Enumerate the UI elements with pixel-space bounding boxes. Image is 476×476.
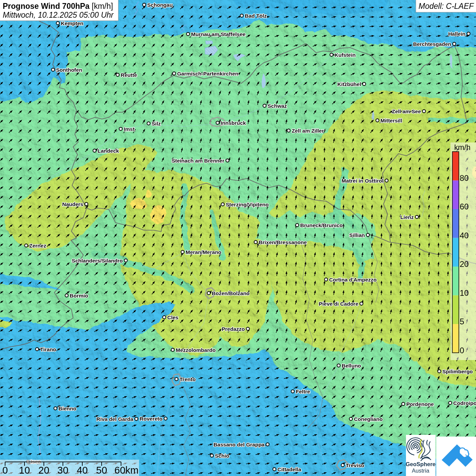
svg-text:Imst: Imst	[124, 126, 135, 132]
svg-text:Kempten: Kempten	[61, 20, 83, 26]
svg-text:Bassano del Grappa: Bassano del Grappa	[214, 442, 265, 447]
svg-text:Spilimbergo: Spilimbergo	[442, 369, 473, 374]
svg-text:km/h: km/h	[454, 143, 471, 152]
svg-text:Bormio: Bormio	[70, 293, 88, 299]
svg-text:Belluno: Belluno	[342, 363, 361, 369]
svg-text:Landeck: Landeck	[98, 148, 119, 154]
svg-text:Bozen/Bolzano: Bozen/Bolzano	[212, 290, 250, 296]
svg-text:20: 20	[460, 259, 469, 269]
svg-text:30: 30	[57, 465, 68, 476]
svg-text:Garmisch-Partenkirchen: Garmisch-Partenkirchen	[177, 71, 238, 76]
svg-text:40: 40	[460, 231, 469, 240]
svg-text:Bruneck/Brunico: Bruneck/Brunico	[300, 222, 343, 228]
svg-text:Sillian: Sillian	[349, 232, 365, 238]
svg-text:Lienz: Lienz	[400, 214, 414, 220]
svg-text:Conegliano: Conegliano	[354, 416, 382, 422]
svg-text:Bienno: Bienno	[58, 406, 76, 411]
svg-text:Bad Tölz: Bad Tölz	[245, 13, 267, 19]
svg-text:50: 50	[96, 465, 107, 476]
svg-text:Pieve di Cadore: Pieve di Cadore	[319, 301, 359, 307]
svg-text:Pordenone: Pordenone	[406, 401, 434, 407]
svg-text:Steinach am Brenner: Steinach am Brenner	[172, 158, 224, 164]
svg-text:Prognose Wind 700hPa [km/h]: Prognose Wind 700hPa [km/h]	[3, 2, 113, 11]
svg-text:Cittadella: Cittadella	[277, 466, 301, 472]
svg-text:Tirano: Tirano	[40, 346, 56, 352]
svg-text:Berchtesgaden: Berchtesgaden	[413, 41, 451, 47]
svg-text:Murnau am Staffelsee: Murnau am Staffelsee	[191, 31, 246, 37]
svg-text:Treviso: Treviso	[346, 462, 364, 468]
svg-text:0: 0	[2, 465, 8, 476]
svg-text:20: 20	[38, 465, 49, 476]
svg-text:60km: 60km	[115, 465, 139, 476]
svg-text:Rovereto: Rovereto	[140, 416, 163, 422]
svg-text:40: 40	[77, 465, 88, 476]
svg-text:Codroipo: Codroipo	[453, 400, 476, 406]
svg-text:80: 80	[460, 173, 469, 183]
svg-text:Kufstein: Kufstein	[335, 52, 356, 58]
svg-text:Riva del Garda: Riva del Garda	[96, 416, 133, 422]
svg-text:Matrei in Osttirol: Matrei in Osttirol	[342, 178, 384, 184]
svg-text:Meran/Merano: Meran/Merano	[186, 249, 221, 255]
svg-text:Zell am Ziller: Zell am Ziller	[292, 128, 324, 134]
svg-text:Schio: Schio	[215, 453, 229, 459]
svg-text:Reutte: Reutte	[121, 72, 137, 78]
svg-text:Predazzo: Predazzo	[222, 326, 245, 332]
svg-text:Hallein: Hallein	[448, 31, 465, 37]
svg-text:Nauders: Nauders	[62, 201, 83, 207]
svg-text:60: 60	[460, 202, 469, 211]
svg-text:0: 0	[460, 346, 464, 355]
svg-text:Brixen/Bressanone: Brixen/Bressanone	[259, 239, 307, 245]
svg-text:Sterzing/Vipiteno: Sterzing/Vipiteno	[226, 202, 269, 207]
svg-text:Feltre: Feltre	[296, 389, 310, 394]
svg-text:Cles: Cles	[167, 314, 178, 320]
svg-text:Cortina d'Ampezzo: Cortina d'Ampezzo	[329, 277, 377, 283]
svg-text:Zell am See: Zell am See	[392, 108, 421, 114]
svg-text:GeoSphere: GeoSphere	[406, 461, 436, 467]
svg-text:Mittwoch, 10.12.2025 05:00 Uhr: Mittwoch, 10.12.2025 05:00 Uhr	[3, 11, 114, 19]
svg-text:5: 5	[460, 317, 464, 326]
svg-text:Schlanders/Silandro: Schlanders/Silandro	[72, 258, 123, 264]
svg-text:Modell: C-LAEF: Modell: C-LAEF	[419, 2, 474, 11]
svg-text:Zernez: Zernez	[29, 243, 46, 249]
svg-text:Kitzbühel: Kitzbühel	[337, 81, 361, 87]
svg-text:Sonthofen: Sonthofen	[56, 67, 82, 73]
svg-text:Schwaz: Schwaz	[268, 103, 287, 109]
svg-text:10: 10	[460, 288, 469, 298]
svg-text:10: 10	[19, 465, 30, 476]
svg-text:Innsbruck: Innsbruck	[221, 120, 246, 126]
svg-text:Schongau: Schongau	[147, 2, 173, 8]
svg-text:Mezzolombardo: Mezzolombardo	[176, 347, 216, 353]
svg-text:Trento: Trento	[180, 376, 196, 382]
svg-text:Austria: Austria	[412, 468, 429, 474]
svg-text:Silz: Silz	[152, 121, 161, 126]
svg-text:Mittersill: Mittersill	[380, 118, 402, 123]
